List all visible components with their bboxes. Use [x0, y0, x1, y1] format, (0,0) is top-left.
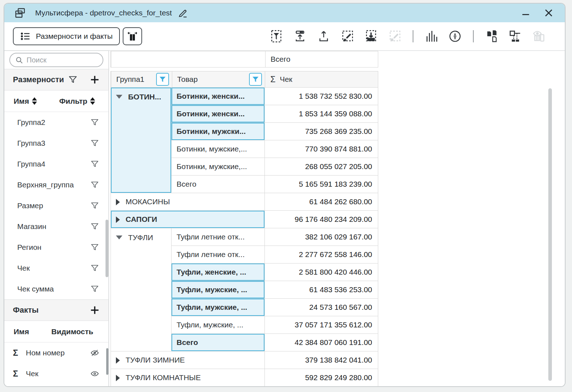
product-cell[interactable]: Туфли летние отк...	[172, 246, 265, 263]
product-filter-button[interactable]	[249, 73, 262, 86]
structure-icon[interactable]	[509, 30, 522, 43]
upload-to-server-icon[interactable]	[294, 30, 306, 43]
dimension-item[interactable]: Регион	[4, 237, 108, 258]
product-cell[interactable]: Ботинки, мужские,...	[172, 140, 265, 158]
dimension-item[interactable]: Чек	[4, 258, 108, 279]
toolbar-separator	[413, 30, 413, 42]
edit-title-icon[interactable]	[178, 8, 188, 18]
collapse-group-icon[interactable]	[116, 95, 122, 99]
filter-icon[interactable]	[90, 222, 99, 231]
copy-sheets-icon[interactable]	[485, 30, 498, 43]
dimensions-col-filter[interactable]: Фильтр	[59, 97, 95, 106]
group-cell[interactable]: САПОГИ	[111, 211, 265, 228]
dimension-item[interactable]: Верхняя_группа	[4, 174, 108, 195]
table-row: Туфли летние отк...2 277 672 558 146.00	[172, 246, 378, 263]
visibility-off-icon[interactable]	[90, 349, 99, 357]
value-cell[interactable]: 24 573 160 567.00	[265, 299, 378, 316]
collapse-group-icon[interactable]	[116, 235, 122, 239]
filter-icon[interactable]	[90, 181, 99, 189]
sort-icon[interactable]	[32, 97, 37, 105]
group-cell[interactable]: ТУФЛИ ЗИМНИЕ	[111, 351, 265, 369]
fact-item[interactable]: ΣЧек	[4, 363, 108, 384]
value-cell[interactable]: 2 581 800 420 446.00	[265, 263, 378, 281]
filter-icon[interactable]	[90, 118, 99, 127]
product-cell[interactable]: Всего	[172, 334, 265, 351]
expand-group-icon[interactable]	[116, 357, 120, 364]
product-cell[interactable]: Всего	[172, 176, 265, 193]
filter-icon[interactable]	[90, 160, 99, 168]
visibility-on-icon[interactable]	[90, 369, 99, 378]
group-cell[interactable]: ТУФЛИ КОМНАТНЫЕ	[111, 369, 265, 386]
value-cell[interactable]: 770 390 874 881.00	[265, 140, 378, 158]
compass-icon[interactable]	[449, 30, 461, 43]
filter-selection-icon[interactable]	[270, 30, 283, 43]
value-cell[interactable]: 61 483 536 253.00	[265, 281, 378, 299]
product-cell[interactable]: Ботинки, мужски...	[172, 123, 265, 140]
bar-chart-icon[interactable]	[425, 30, 438, 43]
dimension-item[interactable]: Группа2	[4, 112, 108, 133]
title-bar: Мультисфера - dpetrov_checks_for_test	[4, 4, 565, 22]
export-icon[interactable]	[317, 30, 330, 43]
product-cell[interactable]: Туфли летние отк...	[172, 228, 265, 246]
product-cell[interactable]: Туфли, женские, ...	[172, 263, 265, 281]
group-cell[interactable]: МОКАСИНЫ	[111, 193, 265, 211]
value-cell[interactable]: 61 484 262 680.00	[265, 193, 378, 211]
group-cell[interactable]: БОТИН...	[111, 88, 172, 193]
product-cell[interactable]: Ботинки, женски...	[172, 88, 265, 105]
dimension-item[interactable]: Чек сумма	[4, 279, 108, 299]
filter-icon[interactable]	[90, 264, 99, 272]
product-cell[interactable]: Туфли, мужские, ...	[172, 281, 265, 299]
expand-group-icon[interactable]	[116, 375, 120, 381]
group-cell[interactable]: ТУФЛИ	[111, 228, 172, 351]
dimension-item[interactable]: Размер	[4, 195, 108, 216]
value-cell[interactable]: 42 384 807 060 191.00	[265, 334, 378, 351]
pivot-value-header[interactable]: Σ Чек	[265, 71, 378, 88]
value-cell[interactable]: 592 829 249 280.00	[265, 369, 378, 386]
dimensions-header: Размерности	[4, 69, 108, 90]
filter-icon[interactable]	[90, 285, 99, 293]
pivot-col-product-header[interactable]: Товар	[172, 71, 266, 88]
dimensions-col-name[interactable]: Имя	[14, 97, 37, 106]
paste-selection-icon[interactable]	[365, 30, 378, 43]
group-filter-button[interactable]	[156, 73, 169, 86]
value-cell[interactable]: 382 106 029 167.00	[265, 228, 378, 246]
add-fact-button[interactable]	[90, 305, 100, 315]
group-name: САПОГИ	[126, 215, 157, 224]
value-cell[interactable]: 379 138 842 041.00	[265, 351, 378, 369]
filter-icon[interactable]	[90, 201, 99, 210]
facts-scrollbar-thumb[interactable]	[106, 348, 108, 375]
value-cell[interactable]: 1 853 144 359 088.00	[265, 105, 378, 123]
sort-icon[interactable]	[90, 97, 95, 105]
value-cell[interactable]: 37 057 171 355 612.00	[265, 316, 378, 334]
table-row: Ботинки, женски...1 538 732 552 830.00	[172, 88, 378, 105]
column-width-button[interactable]	[123, 27, 142, 45]
expand-group-icon[interactable]	[116, 199, 120, 205]
value-cell[interactable]: 96 176 480 234 209.00	[265, 211, 378, 228]
dimension-item[interactable]: Группа3	[4, 133, 108, 154]
dimension-item[interactable]: Группа4	[4, 154, 108, 174]
dimensions-scrollbar-thumb[interactable]	[106, 220, 108, 277]
dimensions-filter-icon[interactable]	[68, 75, 78, 84]
minimize-button[interactable]	[520, 7, 532, 19]
dimensions-facts-button[interactable]: Размерности и факты	[13, 27, 120, 45]
value-cell[interactable]: 2 277 672 558 146.00	[265, 246, 378, 263]
value-cell[interactable]: 5 165 591 183 239.00	[265, 176, 378, 193]
expand-group-icon[interactable]	[116, 216, 120, 223]
dimensions-columns: Имя Фильтр	[4, 90, 108, 112]
product-cell[interactable]: Ботинки, мужские,...	[172, 158, 265, 176]
close-button[interactable]	[543, 7, 555, 19]
product-cell[interactable]: Туфли, мужские, ...	[172, 299, 265, 316]
add-dimension-button[interactable]	[90, 75, 100, 85]
add-edit-selection-icon[interactable]	[341, 30, 354, 43]
value-cell[interactable]: 268 055 027 205.00	[265, 158, 378, 176]
pivot-col-group-header[interactable]: Группа1	[111, 71, 172, 88]
fact-item[interactable]: ΣНом номер	[4, 342, 108, 363]
value-cell[interactable]: 735 268 369 235.00	[265, 123, 378, 140]
table-vertical-scrollbar-thumb[interactable]	[548, 88, 552, 381]
dimension-item[interactable]: Магазин	[4, 216, 108, 237]
filter-icon[interactable]	[90, 139, 99, 148]
product-cell[interactable]: Ботинки, женски...	[172, 105, 265, 123]
value-cell[interactable]: 1 538 732 552 830.00	[265, 88, 378, 105]
filter-icon[interactable]	[90, 243, 99, 252]
product-cell[interactable]: Туфли, мужские, ...	[172, 316, 265, 334]
